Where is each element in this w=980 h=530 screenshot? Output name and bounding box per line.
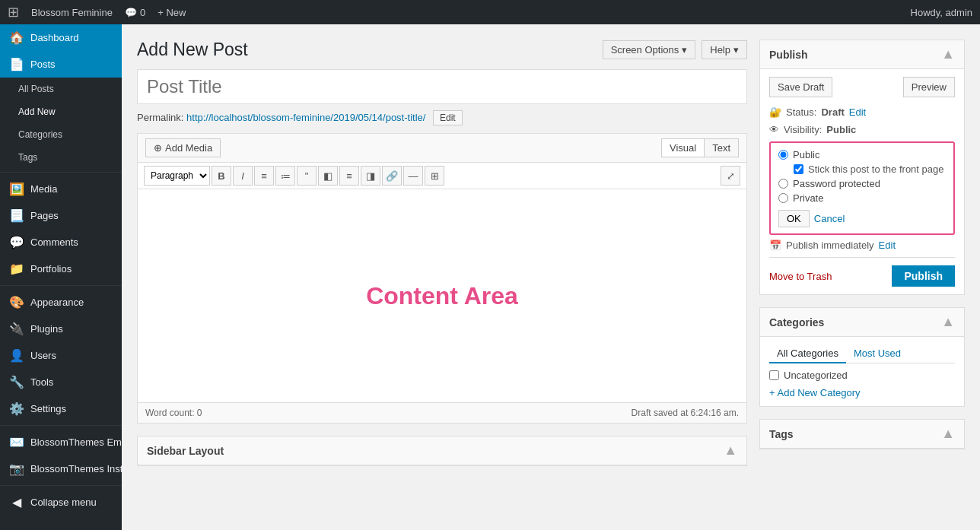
publish-panel-title: Publish [769, 49, 808, 61]
categories-panel-header[interactable]: Categories ▲ [760, 308, 964, 337]
admin-bar: ⊞ Blossom Feminine 💬 0 + New Howdy, admi… [0, 0, 980, 24]
sidebar-label-all-posts: All Posts [18, 84, 54, 94]
add-new-category-link[interactable]: + Add New Category [769, 387, 861, 398]
tools-icon: 🔧 [9, 375, 24, 389]
permalink-url[interactable]: http://localhost/blossom-feminine/2019/0… [186, 112, 425, 123]
italic-button[interactable]: I [233, 166, 253, 186]
post-title-input[interactable] [137, 69, 747, 104]
site-name-text: Blossom Feminine [31, 7, 113, 18]
calendar-icon: 📅 [769, 240, 781, 251]
word-count-value: 0 [197, 408, 202, 418]
most-used-tab[interactable]: Most Used [846, 344, 908, 363]
sidebar-layout-toggle-icon: ▲ [724, 443, 737, 459]
editor-area: Add New Post Screen Options ▾ Help ▾ Per… [137, 40, 747, 515]
align-right-button[interactable]: ◨ [361, 166, 380, 186]
align-center-button[interactable]: ≡ [339, 166, 359, 186]
sidebar-item-add-new[interactable]: Add New [0, 100, 122, 123]
sidebar-label-users: Users [30, 350, 56, 361]
editor-body[interactable]: Content Area [138, 189, 746, 402]
new-label: + New [158, 7, 186, 18]
sidebar-item-pages[interactable]: 📃 Pages [0, 202, 122, 229]
categories-panel: Categories ▲ All Categories Most Used Un… [759, 307, 965, 407]
public-radio-row: Public [778, 149, 946, 160]
portfolios-icon: 📁 [9, 262, 24, 276]
save-draft-button[interactable]: Save Draft [769, 77, 832, 97]
new-content[interactable]: + New [158, 7, 186, 18]
stick-checkbox[interactable] [794, 164, 803, 174]
blockquote-button[interactable]: " [297, 166, 317, 186]
sidebar-label-settings: Settings [30, 403, 66, 414]
sidebar-item-dashboard[interactable]: 🏠 Dashboard [0, 24, 122, 51]
ordered-list-button[interactable]: ≔ [275, 166, 295, 186]
public-radio[interactable] [778, 150, 788, 160]
ok-button[interactable]: OK [778, 210, 810, 227]
sidebar-item-portfolios[interactable]: 📁 Portfolios [0, 255, 122, 282]
header-buttons: Screen Options ▾ Help ▾ [603, 40, 747, 59]
more-button[interactable]: — [403, 166, 423, 186]
cancel-link[interactable]: Cancel [814, 213, 845, 224]
sidebar-item-blossom-instagram[interactable]: 📷 BlossomThemes Instagram Feed [0, 455, 122, 482]
add-media-button[interactable]: ⊕ Add Media [145, 138, 221, 157]
sidebar-item-posts[interactable]: 📄 Posts [0, 51, 122, 78]
publish-button[interactable]: Publish [892, 265, 955, 287]
sidebar-item-collapse[interactable]: ◀ Collapse menu [0, 489, 122, 516]
table-button[interactable]: ⊞ [425, 166, 444, 186]
publish-immediately-label: Publish immediately [786, 240, 874, 251]
screen-options-button[interactable]: Screen Options ▾ [603, 40, 696, 59]
edit-permalink-button[interactable]: Edit [433, 110, 463, 125]
password-radio[interactable] [778, 179, 788, 189]
help-label: Help [710, 44, 730, 56]
sidebar-label-appearance: Appearance [30, 297, 84, 308]
sidebar-item-media[interactable]: 🖼️ Media [0, 176, 122, 202]
sidebar-layout-header[interactable]: Sidebar Layout ▲ [138, 436, 746, 465]
sidebar-item-users[interactable]: 👤 Users [0, 342, 122, 369]
bold-button[interactable]: B [212, 166, 231, 186]
sidebar-label-blossom-email: BlossomThemes Email Newsletter [30, 436, 122, 448]
comments-link[interactable]: 💬 0 [125, 7, 145, 18]
sidebar-item-blossom-email[interactable]: ✉️ BlossomThemes Email Newsletter [0, 429, 122, 455]
help-button[interactable]: Help ▾ [702, 40, 747, 59]
instagram-icon: 📷 [9, 462, 24, 476]
unordered-list-button[interactable]: ≡ [254, 166, 274, 186]
sidebar-item-all-posts[interactable]: All Posts [0, 78, 122, 100]
word-count-area: Word count: 0 [145, 408, 202, 418]
align-left-button[interactable]: ◧ [318, 166, 338, 186]
sidebar: 🏠 Dashboard 📄 Posts All Posts Add New Ca… [0, 24, 122, 530]
text-mode-button[interactable]: Text [704, 138, 739, 157]
visual-mode-button[interactable]: Visual [661, 138, 704, 157]
publish-actions: Move to Trash Publish [769, 257, 955, 287]
move-to-trash-link[interactable]: Move to Trash [769, 271, 832, 282]
site-name[interactable]: Blossom Feminine [31, 7, 113, 18]
status-edit-link[interactable]: Edit [849, 106, 866, 118]
sidebar-label-blossom-instagram: BlossomThemes Instagram Feed [30, 463, 122, 474]
wp-logo: ⊞ [8, 4, 19, 21]
sidebar-item-appearance[interactable]: 🎨 Appearance [0, 289, 122, 316]
sidebar-label-add-new: Add New [18, 106, 56, 117]
publish-toggle-icon: ▲ [941, 46, 955, 62]
stick-checkbox-row: Stick this post to the front page [794, 163, 946, 175]
categories-panel-title: Categories [769, 316, 824, 328]
tags-panel: Tags ▲ [759, 419, 965, 449]
sidebar-item-comments[interactable]: 💬 Comments [0, 229, 122, 255]
preview-button[interactable]: Preview [903, 77, 955, 97]
word-count-label: Word count: [145, 408, 194, 418]
sidebar-item-tools[interactable]: 🔧 Tools [0, 369, 122, 395]
all-categories-tab[interactable]: All Categories [769, 344, 846, 363]
private-radio[interactable] [778, 193, 788, 203]
sidebar-item-tags[interactable]: Tags [0, 146, 122, 169]
visibility-icon: 👁 [769, 124, 779, 135]
fullscreen-button[interactable]: ⤢ [721, 166, 740, 186]
users-icon: 👤 [9, 348, 24, 363]
publish-time-edit-link[interactable]: Edit [879, 240, 896, 251]
uncategorized-checkbox[interactable] [769, 370, 779, 380]
sidebar-item-plugins[interactable]: 🔌 Plugins [0, 316, 122, 342]
sidebar-item-settings[interactable]: ⚙️ Settings [0, 395, 122, 422]
ok-cancel-row: OK Cancel [778, 210, 946, 227]
tags-panel-header[interactable]: Tags ▲ [760, 420, 964, 449]
sidebar-item-categories[interactable]: Categories [0, 123, 122, 146]
link-button[interactable]: 🔗 [382, 166, 402, 186]
paragraph-select[interactable]: Paragraph [144, 166, 210, 186]
chevron-down-icon: ▾ [682, 44, 687, 56]
publish-panel-header[interactable]: Publish ▲ [760, 40, 964, 69]
editor-format-bar: Paragraph B I ≡ ≔ " ◧ ≡ ◨ 🔗 — ⊞ ⤢ [138, 163, 746, 189]
